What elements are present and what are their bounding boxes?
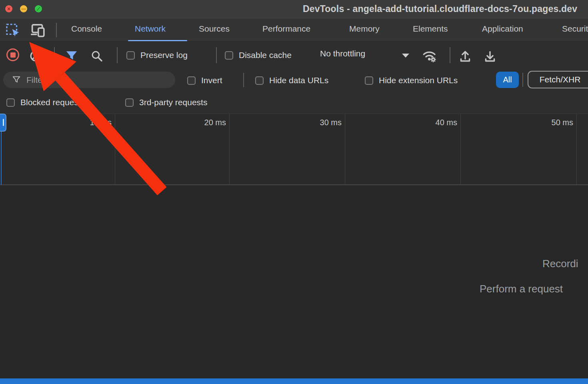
filter-all-button[interactable]: All [496, 72, 519, 88]
tab-console[interactable]: Console [71, 24, 102, 34]
blocked-requests-checkbox[interactable]: Blocked requests [6, 98, 85, 107]
devtools-window: ✕ — ⟋ DevTools - angela-add-tutorial.clo… [0, 0, 588, 384]
network-toolbar: Preserve log Disable cache No throttling [0, 42, 588, 68]
tick-label: 30 ms [320, 118, 342, 127]
throttling-select[interactable]: No throttling [320, 49, 365, 58]
title-bar: ✕ — ⟋ DevTools - angela-add-tutorial.clo… [0, 0, 588, 19]
tick-label: 20 ms [204, 118, 226, 127]
recording-hint-text: Recordi [542, 258, 578, 270]
active-tab-underline [128, 40, 187, 41]
divider [450, 47, 450, 63]
blocked-requests-label: Blocked requests [20, 98, 85, 107]
grid-line [229, 114, 230, 185]
disable-cache-label: Disable cache [239, 50, 292, 60]
divider [54, 47, 55, 63]
disable-cache-checkbox[interactable]: Disable cache [225, 50, 292, 60]
filter-row-secondary: Blocked requests 3rd-party requests [0, 92, 588, 114]
hide-data-urls-label: Hide data URLs [269, 76, 328, 85]
tab-security[interactable]: Security [562, 24, 588, 34]
import-har-button[interactable] [458, 50, 472, 63]
filter-row: Invert Hide data URLs Hide extension URL… [0, 68, 588, 92]
tab-application[interactable]: Application [482, 24, 523, 34]
tab-performance[interactable]: Performance [262, 24, 310, 34]
divider [56, 23, 57, 37]
chevron-down-icon [402, 54, 409, 58]
window-title: DevTools - angela-add-tutorial.cloudflar… [303, 4, 577, 14]
preserve-log-label: Preserve log [140, 50, 188, 60]
tick-label: 10 ms [90, 118, 112, 127]
search-button[interactable] [90, 50, 103, 62]
filter-input[interactable] [26, 75, 158, 85]
filter-fetch-xhr-button[interactable]: Fetch/XHR [528, 71, 588, 88]
close-button[interactable]: ✕ [5, 5, 12, 12]
devtools-tab-bar: Console Network Sources Performance Memo… [0, 19, 588, 42]
divider [243, 73, 244, 87]
record-button[interactable] [6, 48, 19, 61]
timeline-drag-handle[interactable] [0, 114, 6, 132]
throttling-value: No throttling [320, 49, 365, 58]
clear-button[interactable] [30, 50, 42, 62]
perform-request-hint-text: Perform a request [480, 283, 563, 295]
tab-memory[interactable]: Memory [349, 24, 380, 34]
tick-label: 40 ms [436, 118, 457, 127]
filter-input-container [3, 72, 175, 88]
inspect-icon [5, 23, 20, 38]
divider [522, 73, 523, 87]
network-conditions-button[interactable] [422, 49, 438, 63]
third-party-requests-label: 3rd-party requests [139, 98, 207, 107]
network-conditions-icon [422, 49, 438, 63]
clear-icon [30, 50, 42, 62]
checkbox-box [126, 51, 135, 60]
tick-label: 50 ms [552, 118, 573, 127]
checkbox-box [225, 51, 233, 60]
zoom-button[interactable]: ⟋ [35, 5, 42, 12]
export-har-button[interactable] [483, 50, 497, 63]
minimize-button[interactable]: — [20, 5, 27, 12]
funnel-icon [12, 76, 21, 84]
device-toolbar-button[interactable] [30, 22, 46, 38]
third-party-requests-checkbox[interactable]: 3rd-party requests [125, 98, 207, 107]
checkbox-box [365, 76, 373, 85]
export-har-icon [483, 50, 497, 63]
checkbox-box [125, 98, 134, 107]
record-icon [6, 48, 19, 61]
handle-grip [3, 119, 4, 126]
hide-extension-urls-label: Hide extension URLs [379, 76, 458, 85]
hide-data-urls-checkbox[interactable]: Hide data URLs [255, 76, 328, 85]
grid-line [345, 114, 345, 185]
import-har-icon [458, 50, 472, 63]
checkbox-box [255, 76, 264, 85]
requests-panel-empty: Recordi Perform a request [0, 185, 588, 378]
device-toolbar-icon [30, 22, 46, 38]
divider [216, 47, 217, 63]
bottom-accent-bar [0, 378, 588, 384]
tab-elements[interactable]: Elements [413, 24, 448, 34]
checkbox-box [6, 98, 15, 107]
filter-toggle-button[interactable] [65, 50, 78, 62]
checkbox-box [187, 76, 196, 85]
inspect-button[interactable] [5, 22, 21, 38]
grid-line [115, 114, 115, 185]
tab-network[interactable]: Network [135, 24, 166, 34]
grid-line [460, 114, 461, 185]
filter-icon [65, 50, 78, 62]
network-overview-timeline[interactable]: 10 ms 20 ms 30 ms 40 ms 50 ms [0, 114, 588, 185]
invert-label: Invert [201, 76, 222, 85]
tab-sources[interactable]: Sources [199, 24, 230, 34]
hide-extension-urls-checkbox[interactable]: Hide extension URLs [365, 76, 458, 85]
search-icon [90, 50, 103, 62]
invert-checkbox[interactable]: Invert [187, 76, 222, 85]
divider [117, 47, 118, 63]
preserve-log-checkbox[interactable]: Preserve log [126, 50, 188, 60]
grid-line [576, 114, 577, 185]
